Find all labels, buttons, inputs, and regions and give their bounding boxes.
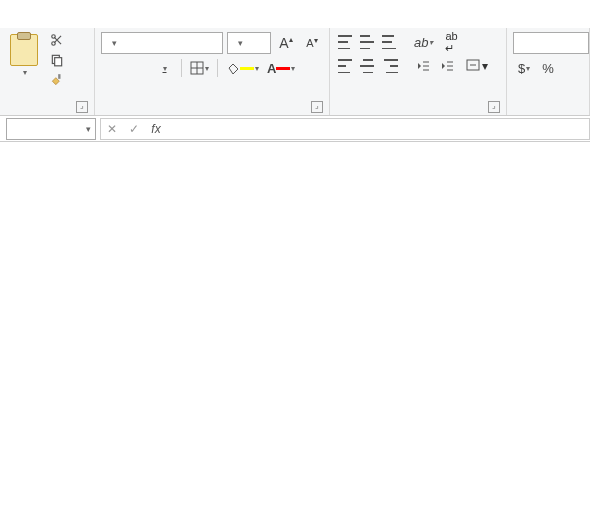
format-painter-button[interactable]: [48, 72, 66, 88]
orientation-button[interactable]: ab▾: [412, 32, 435, 52]
align-right-button[interactable]: [380, 57, 400, 75]
ribbon-tabs: [0, 0, 590, 28]
chevron-down-icon[interactable]: ▾: [526, 64, 530, 73]
group-clipboard: ▾ ⌟: [0, 28, 95, 115]
chevron-down-icon[interactable]: ▾: [238, 38, 243, 48]
bucket-icon: [226, 61, 240, 75]
font-size-combo[interactable]: ▾: [227, 32, 271, 54]
borders-button[interactable]: ▾: [188, 58, 211, 78]
dialog-launcher-icon[interactable]: ⌟: [488, 101, 500, 113]
ribbon: ▾ ⌟ ▾ ▾ A▴ A▾ ▾ ▾: [0, 28, 590, 116]
decrease-indent-button[interactable]: [412, 56, 434, 76]
group-font: ▾ ▾ A▴ A▾ ▾ ▾ ▾ A▾ ⌟: [95, 28, 330, 115]
formula-input[interactable]: [167, 120, 589, 138]
merge-center-button[interactable]: ▾: [464, 57, 490, 75]
copy-button[interactable]: [48, 52, 66, 68]
chevron-down-icon[interactable]: ▾: [205, 64, 209, 73]
cut-button[interactable]: [48, 32, 66, 48]
align-center-button[interactable]: [358, 57, 378, 75]
increase-indent-button[interactable]: [436, 56, 458, 76]
chevron-down-icon[interactable]: ▾: [482, 59, 488, 73]
underline-button[interactable]: ▾: [153, 58, 175, 78]
fill-color-button[interactable]: ▾: [224, 58, 261, 78]
brush-icon: [50, 73, 64, 87]
font-color-swatch: [276, 67, 290, 70]
merge-icon: [466, 59, 480, 73]
dialog-launcher-icon[interactable]: ⌟: [76, 101, 88, 113]
paste-button[interactable]: ▾: [6, 32, 42, 88]
wrap-icon: ab↵: [445, 30, 457, 55]
chevron-down-icon[interactable]: ▾: [255, 64, 259, 73]
svg-rect-3: [55, 58, 62, 66]
align-top-button[interactable]: [336, 33, 356, 51]
group-alignment: ab▾ ab↵ ▾ ⌟: [330, 28, 507, 115]
formula-bar: ▾ ✕ ✓ fx: [0, 116, 590, 142]
dialog-launcher-icon[interactable]: ⌟: [311, 101, 323, 113]
accounting-format-button[interactable]: $▾: [513, 58, 535, 78]
chevron-down-icon[interactable]: ▾: [112, 38, 117, 48]
chevron-down-icon[interactable]: ▾: [291, 64, 295, 73]
percent-format-button[interactable]: %: [537, 58, 559, 78]
decrease-font-button[interactable]: A▾: [301, 33, 323, 53]
group-number: $▾ %: [507, 28, 590, 115]
font-name-combo[interactable]: ▾: [101, 32, 223, 54]
indent-icon: [440, 59, 454, 73]
separator: [181, 59, 182, 77]
chevron-down-icon[interactable]: ▾: [163, 64, 167, 73]
cancel-formula-button[interactable]: ✕: [101, 122, 123, 136]
fill-color-swatch: [240, 67, 254, 70]
chevron-down-icon[interactable]: ▾: [23, 68, 27, 77]
number-format-combo[interactable]: [513, 32, 589, 54]
scissors-icon: [50, 33, 64, 47]
svg-rect-4: [58, 74, 60, 79]
chevron-down-icon[interactable]: ▾: [86, 124, 91, 134]
copy-icon: [50, 53, 64, 67]
italic-button[interactable]: [127, 58, 149, 78]
name-box[interactable]: ▾: [6, 118, 96, 140]
insert-function-button[interactable]: fx: [145, 122, 167, 136]
enter-formula-button[interactable]: ✓: [123, 122, 145, 136]
outdent-icon: [416, 59, 430, 73]
separator: [217, 59, 218, 77]
svg-point-0: [52, 35, 56, 39]
svg-point-1: [52, 42, 56, 46]
align-left-button[interactable]: [336, 57, 356, 75]
font-color-button[interactable]: A▾: [265, 58, 297, 78]
bold-button[interactable]: [101, 58, 123, 78]
wrap-text-button[interactable]: ab↵: [443, 33, 459, 51]
chevron-down-icon[interactable]: ▾: [429, 38, 433, 47]
increase-font-button[interactable]: A▴: [275, 33, 297, 53]
align-bottom-button[interactable]: [380, 33, 400, 51]
border-icon: [190, 61, 204, 75]
align-middle-button[interactable]: [358, 33, 378, 51]
paste-icon: [10, 34, 38, 66]
